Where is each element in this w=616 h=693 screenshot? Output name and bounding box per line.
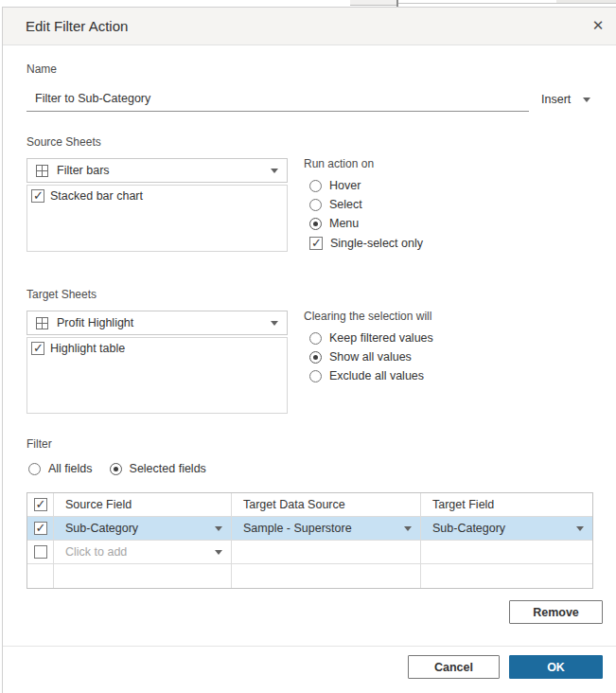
radio-icon[interactable] bbox=[309, 332, 322, 345]
source-sheet-item-label: Stacked bar chart bbox=[50, 189, 143, 203]
single-select-only-checkbox[interactable] bbox=[309, 237, 323, 250]
chevron-down-icon bbox=[215, 550, 222, 555]
target-data-source-dropdown[interactable]: Sample - Superstore bbox=[232, 517, 421, 541]
target-sheets-label: Target Sheets bbox=[26, 288, 97, 301]
show-all-values-label: Show all values bbox=[329, 350, 412, 364]
list-item[interactable]: Stacked bar chart bbox=[27, 186, 287, 203]
target-sheet-item-label: Highlight table bbox=[50, 342, 125, 355]
clearing-selection-group: Clearing the selection will Keep filtere… bbox=[304, 310, 433, 385]
radio-icon-selected[interactable] bbox=[309, 351, 322, 364]
radio-icon[interactable] bbox=[309, 370, 322, 382]
column-header-target-field: Target Field bbox=[421, 493, 592, 517]
chevron-down-icon bbox=[576, 526, 584, 531]
remove-button[interactable]: Remove bbox=[509, 600, 603, 624]
background-window-strip bbox=[0, 0, 616, 7]
worksheet-grid-icon bbox=[36, 165, 48, 177]
radio-icon-selected[interactable] bbox=[110, 463, 122, 475]
source-sheet-list: Stacked bar chart bbox=[26, 185, 288, 252]
run-action-on-group: Run action on Hover Select Menu Single-s… bbox=[304, 157, 423, 253]
empty-cell bbox=[54, 564, 232, 588]
chevron-down-icon bbox=[271, 169, 278, 173]
target-sheet-checkbox[interactable] bbox=[31, 342, 44, 355]
radio-show-all-values[interactable]: Show all values bbox=[304, 347, 433, 366]
chevron-down-icon bbox=[271, 321, 278, 326]
footer-divider bbox=[3, 646, 616, 647]
insert-dropdown[interactable]: Insert bbox=[541, 93, 590, 106]
radio-icon[interactable] bbox=[309, 199, 322, 211]
cancel-button[interactable]: Cancel bbox=[408, 655, 500, 679]
close-icon[interactable]: ✕ bbox=[589, 16, 607, 35]
target-field-value: Sub-Category bbox=[432, 522, 505, 535]
radio-all-fields[interactable]: All fields bbox=[26, 459, 93, 478]
empty-cell bbox=[421, 541, 592, 564]
source-field-dropdown[interactable]: Sub-Category bbox=[54, 517, 232, 541]
dialog-header: Edit Filter Action ✕ bbox=[3, 8, 616, 45]
table-row bbox=[27, 564, 54, 588]
target-sheet-dropdown[interactable]: Profit Highlight bbox=[26, 311, 288, 335]
table-header-checkbox-cell bbox=[27, 493, 54, 517]
list-item[interactable]: Highlight table bbox=[27, 338, 287, 355]
select-all-checkbox[interactable] bbox=[34, 498, 47, 511]
run-action-on-label: Run action on bbox=[304, 157, 423, 170]
insert-label: Insert bbox=[541, 93, 571, 106]
worksheet-grid-icon bbox=[36, 317, 48, 329]
filter-label: Filter bbox=[26, 437, 52, 451]
filter-fields-table: Source Field Target Data Source Target F… bbox=[26, 492, 593, 589]
radio-select-label: Select bbox=[329, 198, 362, 211]
source-sheet-checkbox[interactable] bbox=[31, 189, 44, 203]
target-sheet-list: Highlight table bbox=[26, 337, 288, 414]
row-checkbox[interactable] bbox=[34, 522, 47, 535]
radio-keep-filtered-values[interactable]: Keep filtered values bbox=[304, 329, 433, 347]
source-sheets-label: Source Sheets bbox=[26, 135, 101, 149]
chevron-down-icon bbox=[583, 98, 590, 102]
exclude-all-values-label: Exclude all values bbox=[329, 369, 424, 382]
radio-icon[interactable] bbox=[309, 180, 322, 192]
name-label: Name bbox=[26, 62, 57, 76]
source-sheet-dropdown[interactable]: Filter bars bbox=[26, 158, 288, 183]
keep-filtered-values-label: Keep filtered values bbox=[329, 331, 433, 345]
screen: Edit Filter Action ✕ Name Insert Source … bbox=[0, 0, 616, 693]
edit-filter-action-dialog: Edit Filter Action ✕ Name Insert Source … bbox=[2, 7, 616, 693]
table-row bbox=[27, 541, 54, 564]
radio-menu-label: Menu bbox=[329, 217, 359, 230]
background-tab bbox=[350, 0, 396, 6]
dialog-title: Edit Filter Action bbox=[26, 18, 128, 34]
column-header-source-field: Source Field bbox=[54, 493, 232, 517]
column-header-target-data-source: Target Data Source bbox=[232, 493, 421, 517]
source-field-value: Sub-Category bbox=[65, 522, 138, 535]
source-sheet-dropdown-value: Filter bars bbox=[57, 164, 262, 177]
radio-icon-selected[interactable] bbox=[309, 218, 322, 230]
radio-icon[interactable] bbox=[28, 463, 41, 475]
target-sheet-dropdown-value: Profit Highlight bbox=[57, 316, 262, 329]
radio-hover-label: Hover bbox=[329, 179, 361, 192]
single-select-only[interactable]: Single-select only bbox=[304, 234, 423, 253]
name-input[interactable] bbox=[26, 87, 529, 111]
ok-button[interactable]: OK bbox=[509, 655, 603, 679]
filter-mode-radios: All fields Selected fields bbox=[26, 459, 206, 478]
click-to-add-dropdown[interactable]: Click to add bbox=[54, 541, 232, 564]
empty-cell bbox=[232, 541, 421, 564]
all-fields-label: All fields bbox=[48, 462, 93, 475]
radio-hover[interactable]: Hover bbox=[304, 176, 423, 195]
empty-cell bbox=[421, 564, 592, 588]
name-field-wrap bbox=[26, 87, 529, 112]
empty-cell bbox=[232, 564, 421, 588]
table-row bbox=[27, 517, 54, 541]
clearing-selection-label: Clearing the selection will bbox=[304, 310, 433, 323]
radio-exclude-all-values[interactable]: Exclude all values bbox=[304, 366, 433, 385]
selected-fields-label: Selected fields bbox=[130, 462, 206, 475]
target-data-source-value: Sample - Superstore bbox=[243, 522, 352, 535]
radio-select[interactable]: Select bbox=[304, 195, 423, 214]
radio-menu[interactable]: Menu bbox=[304, 214, 423, 233]
background-block bbox=[556, 0, 616, 3]
chevron-down-icon bbox=[215, 526, 222, 531]
chevron-down-icon bbox=[404, 526, 412, 531]
radio-selected-fields[interactable]: Selected fields bbox=[108, 459, 206, 478]
target-field-dropdown[interactable]: Sub-Category bbox=[421, 517, 592, 541]
single-select-only-label: Single-select only bbox=[330, 237, 423, 250]
row-checkbox[interactable] bbox=[34, 545, 47, 559]
background-line bbox=[398, 3, 616, 4]
click-to-add-label: Click to add bbox=[65, 545, 127, 559]
